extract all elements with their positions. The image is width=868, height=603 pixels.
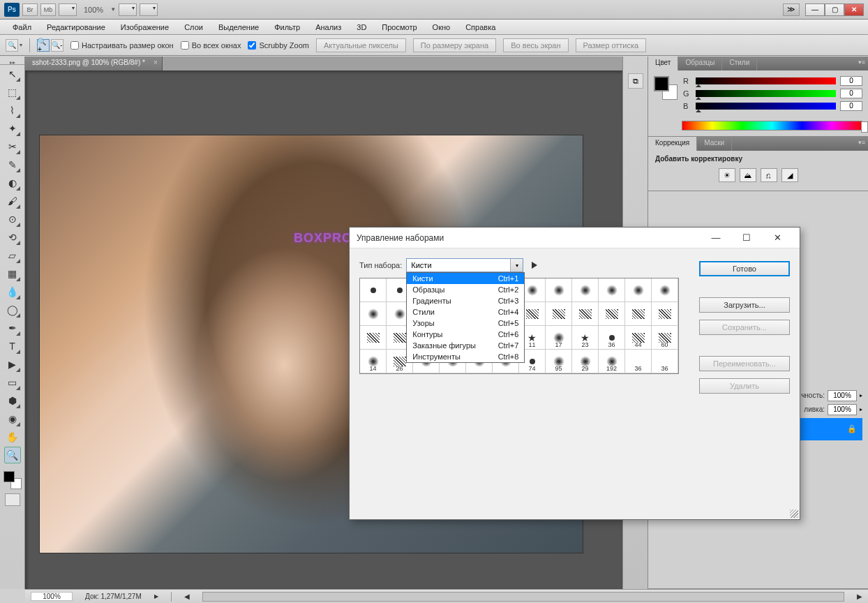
menu-analysis[interactable]: Анализ [308,21,348,34]
color-swatches[interactable] [3,471,22,489]
combo-option[interactable]: УзорыCtrl+5 [407,318,524,329]
brush-preset-cell[interactable] [625,278,652,302]
curves-icon[interactable]: ⎌ [761,168,777,182]
panel-menu-icon[interactable]: ▾≡ [858,139,865,146]
dialog-maximize-button[interactable]: ☐ [731,228,762,248]
close-button[interactable]: ✕ [844,3,864,16]
combo-option[interactable]: ОбразцыCtrl+2 [407,284,524,295]
resize-windows-checkbox[interactable]: Настраивать размер окон [70,41,174,50]
eyedropper-tool-icon[interactable]: ✎ [4,156,21,173]
done-button[interactable]: Готово [699,261,790,276]
panel-menu-icon[interactable]: ▾≡ [858,59,865,66]
brightness-icon[interactable]: ☀ [719,168,735,182]
brush-preset-cell[interactable] [546,302,572,326]
brush-preset-cell[interactable] [360,326,387,350]
panel-color-swatches[interactable] [654,76,678,100]
menu-edit[interactable]: Редактирование [40,21,112,34]
history-panel-icon[interactable]: ⧉ [628,73,643,89]
save-button[interactable]: Сохранить... [699,320,790,335]
brush-preset-cell[interactable]: 36 [625,350,652,373]
magic-wand-tool-icon[interactable]: ✦ [4,120,21,137]
fit-screen-button[interactable]: По размеру экрана [413,38,496,52]
zoom-tool-icon[interactable]: 🔍 [4,447,21,463]
menu-help[interactable]: Справка [458,21,502,34]
menu-select[interactable]: Выделение [211,21,266,34]
path-select-tool-icon[interactable]: ▶ [4,356,21,373]
brush-preset-cell[interactable]: 17 [546,326,572,350]
brush-preset-cell[interactable]: 23 [572,326,599,350]
brush-preset-cell[interactable]: 44 [625,326,652,350]
resize-grip-icon[interactable] [790,509,798,518]
gradient-tool-icon[interactable]: ▦ [4,265,21,282]
blur-tool-icon[interactable]: 💧 [4,283,21,300]
stamp-tool-icon[interactable]: ⊙ [4,211,21,228]
close-tab-icon[interactable]: × [154,59,158,66]
menu-image[interactable]: Изображение [114,21,176,34]
r-slider[interactable] [696,77,836,84]
shape-tool-icon[interactable]: ▭ [4,374,21,391]
minibridge-button[interactable]: Mb [40,3,56,16]
brush-preset-cell[interactable]: 14 [360,350,387,373]
status-zoom[interactable]: 100% [31,592,73,601]
dialog-titlebar[interactable]: Управление наборами — ☐ ✕ [350,228,800,248]
levels-icon[interactable]: ⛰ [740,168,756,182]
type-tool-icon[interactable]: T [4,338,21,355]
combo-option[interactable]: Заказные фигурыCtrl+7 [407,340,524,351]
brush-tool-icon[interactable]: 🖌 [4,193,21,209]
brush-preset-cell[interactable] [360,302,387,326]
brush-preset-cell[interactable] [546,278,572,302]
combo-option[interactable]: КистиCtrl+1 [407,273,524,284]
hand-tool-icon[interactable]: ✋ [4,429,21,445]
eraser-tool-icon[interactable]: ▱ [4,247,21,264]
brush-preset-cell[interactable] [572,302,599,326]
menu-view[interactable]: Просмотр [375,21,424,34]
view-extras-dropdown[interactable] [59,3,77,16]
tab-adjustments[interactable]: Коррекция [648,137,697,151]
spectrum-ramp[interactable] [682,121,862,131]
brush-preset-cell[interactable] [652,302,678,326]
brush-preset-cell[interactable] [652,278,678,302]
b-slider[interactable] [696,103,836,110]
fill-value[interactable]: 100% [828,404,857,415]
maximize-button[interactable]: ▢ [825,3,844,16]
document-tab[interactable]: sshot-2333.png @ 100% (RGB/8#) * × [25,57,163,70]
fill-screen-button[interactable]: Во весь экран [503,38,568,52]
print-size-button[interactable]: Размер оттиска [576,38,647,52]
menu-3d[interactable]: 3D [350,21,373,34]
menu-layers[interactable]: Слои [177,21,210,34]
brush-preset-cell[interactable]: 29 [572,350,599,373]
g-slider[interactable] [696,90,836,97]
zoom-in-icon[interactable]: 🔍+ [37,39,50,52]
tab-masks[interactable]: Маски [697,137,732,151]
brush-preset-cell[interactable] [572,278,599,302]
horizontal-scrollbar[interactable] [202,592,844,602]
opacity-value[interactable]: 100% [828,390,857,401]
scrubby-zoom-checkbox[interactable]: Scrubby Zoom [248,41,309,50]
rename-button[interactable]: Переименовать... [699,356,790,371]
brush-preset-cell[interactable]: 36 [652,350,678,373]
brush-preset-cell[interactable] [360,278,387,302]
menu-window[interactable]: Окно [426,21,458,34]
bridge-button[interactable]: Br [22,3,38,16]
brush-preset-cell[interactable] [599,302,625,326]
menu-file[interactable]: Файл [6,21,38,34]
dialog-close-button[interactable]: ✕ [762,228,793,248]
screen-mode-dropdown[interactable] [140,3,158,16]
move-tool-icon[interactable]: ↖ [4,66,21,82]
brush-preset-cell[interactable]: 36 [599,326,625,350]
marquee-tool-icon[interactable]: ⬚ [4,84,21,100]
dialog-minimize-button[interactable]: — [701,228,731,248]
foreground-color-swatch[interactable] [3,471,15,482]
r-value[interactable]: 0 [840,76,862,86]
arrange-dropdown[interactable] [119,3,137,16]
chevron-down-icon[interactable]: ▾ [510,259,523,271]
brush-preset-cell[interactable]: 192 [599,350,625,373]
tab-styles[interactable]: Стили [722,57,757,70]
collapse-panels-icon[interactable]: ≫ [783,3,800,16]
dodge-tool-icon[interactable]: ◯ [4,302,21,318]
combo-option[interactable]: СтилиCtrl+4 [407,306,524,318]
brush-preset-cell[interactable]: 60 [652,326,678,350]
all-windows-checkbox[interactable]: Во всех окнах [181,41,241,50]
combo-option[interactable]: КонтурыCtrl+6 [407,329,524,340]
zoom-out-icon[interactable]: 🔍- [51,39,63,52]
